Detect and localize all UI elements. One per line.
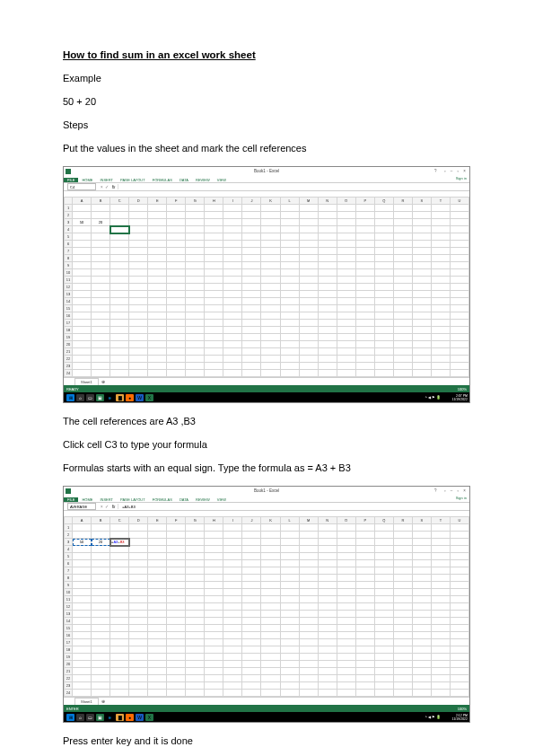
cell-Q8[interactable]: [374, 255, 393, 262]
cell-H19[interactable]: [205, 334, 223, 341]
cell-T18[interactable]: [431, 646, 450, 654]
cell-H21[interactable]: [205, 348, 223, 356]
cell-O3[interactable]: [337, 219, 355, 226]
cell-U13[interactable]: [450, 291, 468, 298]
cell-K24[interactable]: [261, 690, 280, 697]
cell-I16[interactable]: [223, 632, 242, 639]
cell-D8[interactable]: [129, 575, 148, 582]
cell-K14[interactable]: [261, 298, 280, 305]
cell-K12[interactable]: [261, 284, 280, 291]
cell-C10[interactable]: [110, 269, 129, 277]
cell-S8[interactable]: [412, 575, 431, 582]
cell-M16[interactable]: [299, 312, 318, 320]
cell-N1[interactable]: [318, 524, 337, 532]
cell-H17[interactable]: [205, 639, 223, 646]
ribbon-tab-file[interactable]: FILE: [64, 178, 78, 182]
cell-E17[interactable]: [148, 320, 167, 327]
cell-N24[interactable]: [318, 690, 337, 697]
cell-K22[interactable]: [261, 675, 280, 682]
cell-B24[interactable]: [92, 370, 110, 377]
cell-D9[interactable]: [129, 262, 148, 269]
cell-A3[interactable]: 50: [73, 219, 92, 226]
cell-Q15[interactable]: [374, 625, 393, 632]
cell-O17[interactable]: [337, 639, 355, 646]
cell-S19[interactable]: [412, 334, 431, 341]
cell-G16[interactable]: [186, 312, 205, 320]
cell-H8[interactable]: [205, 575, 223, 582]
col-header[interactable]: S: [412, 517, 431, 524]
cell-C14[interactable]: [110, 298, 129, 305]
cell-O23[interactable]: [337, 363, 355, 370]
cell-C22[interactable]: [110, 675, 129, 682]
cell-S2[interactable]: [412, 212, 431, 219]
cell-K15[interactable]: [261, 305, 280, 312]
signin-link[interactable]: Sign in: [456, 496, 467, 500]
cell-J12[interactable]: [242, 284, 261, 291]
cell-O18[interactable]: [337, 327, 355, 334]
col-header[interactable]: K: [261, 198, 280, 205]
row-header[interactable]: 21: [65, 348, 73, 356]
cell-G8[interactable]: [186, 575, 205, 582]
cell-D12[interactable]: [129, 603, 148, 611]
cell-E22[interactable]: [148, 675, 167, 682]
cell-S17[interactable]: [412, 639, 431, 646]
cell-K19[interactable]: [261, 654, 280, 661]
cell-M3[interactable]: [299, 219, 318, 226]
cell-N7[interactable]: [318, 248, 337, 255]
col-header[interactable]: B: [92, 198, 110, 205]
cell-U1[interactable]: [450, 205, 468, 212]
col-header[interactable]: J: [242, 198, 261, 205]
cell-A5[interactable]: [73, 233, 92, 241]
file-explorer-icon[interactable]: ▇: [116, 394, 124, 401]
cell-E3[interactable]: [148, 539, 167, 546]
cell-N12[interactable]: [318, 603, 337, 611]
cell-I17[interactable]: [223, 639, 242, 646]
cell-P4[interactable]: [355, 226, 374, 233]
sheet-tab[interactable]: Sheet1: [74, 698, 99, 705]
cell-K21[interactable]: [261, 348, 280, 356]
cell-H24[interactable]: [205, 370, 223, 377]
cell-T4[interactable]: [431, 226, 450, 233]
cell-J14[interactable]: [242, 618, 261, 625]
row-header[interactable]: 12: [65, 603, 73, 611]
row-header[interactable]: 23: [65, 682, 73, 690]
cell-N23[interactable]: [318, 363, 337, 370]
cell-Q11[interactable]: [374, 277, 393, 284]
cell-J1[interactable]: [242, 524, 261, 532]
cell-A18[interactable]: [73, 646, 92, 654]
cell-S18[interactable]: [412, 646, 431, 654]
cell-J4[interactable]: [242, 226, 261, 233]
cell-J17[interactable]: [242, 320, 261, 327]
cell-E3[interactable]: [148, 219, 167, 226]
cell-L8[interactable]: [280, 575, 299, 582]
cell-Q3[interactable]: [374, 539, 393, 546]
cell-E16[interactable]: [148, 632, 167, 639]
cell-I18[interactable]: [223, 646, 242, 654]
cell-I20[interactable]: [223, 661, 242, 668]
cell-Q17[interactable]: [374, 320, 393, 327]
col-header[interactable]: Q: [374, 198, 393, 205]
cell-I9[interactable]: [223, 262, 242, 269]
cell-I11[interactable]: [223, 277, 242, 284]
cell-B4[interactable]: [92, 546, 110, 553]
cell-R19[interactable]: [393, 654, 412, 661]
cell-O23[interactable]: [337, 682, 355, 690]
col-header[interactable]: I: [223, 517, 242, 524]
cell-U5[interactable]: [450, 233, 468, 241]
cell-P14[interactable]: [355, 618, 374, 625]
cell-H2[interactable]: [205, 212, 223, 219]
cell-N15[interactable]: [318, 625, 337, 632]
cell-U17[interactable]: [450, 320, 468, 327]
cell-I21[interactable]: [223, 348, 242, 356]
cell-O5[interactable]: [337, 233, 355, 241]
cell-B7[interactable]: [92, 567, 110, 575]
system-tray[interactable]: ^ ◀ ⚑ 🔋: [425, 395, 441, 400]
cell-A17[interactable]: [73, 320, 92, 327]
cell-J15[interactable]: [242, 625, 261, 632]
cell-R4[interactable]: [393, 546, 412, 553]
cell-I19[interactable]: [223, 654, 242, 661]
cell-B3[interactable]: 20: [92, 219, 110, 226]
cell-Q21[interactable]: [374, 668, 393, 675]
cell-L11[interactable]: [280, 277, 299, 284]
cell-D2[interactable]: [129, 212, 148, 219]
